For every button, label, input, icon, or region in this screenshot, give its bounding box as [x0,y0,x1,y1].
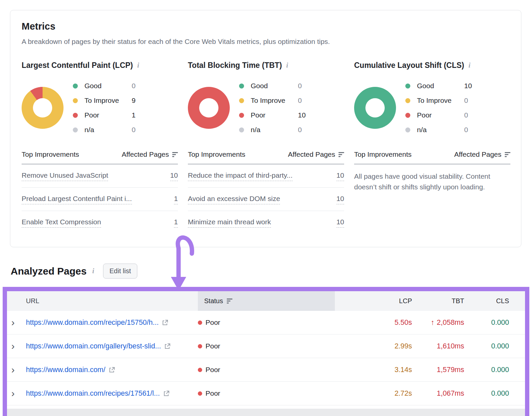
table-row: › https://www.domain.com/recipes/17561/l… [7,382,525,405]
affected-pages-count[interactable]: 10 [336,171,344,181]
legend-item: n/a0 [73,122,136,137]
sort-icon[interactable] [227,299,232,304]
cls-value: 0.000 [469,389,525,398]
expand-chevron-icon[interactable]: › [11,341,15,351]
tbt-title: Total Blocking Time (TBT) [188,61,282,70]
improvement-link[interactable]: Avoid an excessive DOM size [188,195,280,204]
sort-icon[interactable] [172,152,178,157]
lcp-value: 2.99s [335,342,417,350]
page-url-link[interactable]: https://www.domain.com/ [26,366,105,374]
lcp-title: Largest Contentful Paint (LCP) [22,61,133,70]
sort-icon[interactable] [338,152,344,157]
info-icon[interactable]: i [92,267,94,275]
poor-dot-icon [239,113,244,118]
metrics-grid: Largest Contentful Paint (LCP) i Good0 T… [22,61,510,234]
affected-pages-header: Affected Pages [288,150,335,158]
status-label: Poor [205,366,220,374]
improvement-link[interactable]: Minimize main thread work [188,218,271,228]
legend-item: To Improve9 [73,93,136,108]
affected-pages-count[interactable]: 1 [174,195,178,204]
cls-donut-chart [354,87,396,129]
tbt-donut-chart [188,87,230,129]
affected-pages-count[interactable]: 1 [174,218,178,228]
good-dot-icon [405,84,410,89]
poor-dot-icon [405,113,410,118]
legend-item: Good0 [73,79,136,93]
tbt-value: 1,067ms [417,389,469,398]
expand-chevron-icon[interactable]: › [11,388,15,398]
improvement-link[interactable]: Reduce the impact of third-party... [188,171,293,181]
improvement-link[interactable]: Preload Largest Contentful Paint i... [22,195,132,204]
metrics-card: Metrics A breakdown of pages by their st… [10,10,521,247]
tbt-column-header: TBT [417,291,469,311]
tbt-value: 1,610ms [417,342,469,350]
poor-status-dot-icon [198,368,202,372]
improvement-row: Avoid an excessive DOM size 10 [188,188,344,211]
improvement-link[interactable]: Enable Text Compression [22,218,101,228]
analyzed-pages-header: Analyzed Pages i Edit list [11,264,137,279]
trend-up-icon: ↑ [431,318,435,327]
improvement-row: Remove Unused JavaScript 10 [22,164,178,188]
table-bottom-strip [7,409,525,416]
legend-item: Poor0 [405,108,472,122]
metric-column-lcp: Largest Contentful Paint (LCP) i Good0 T… [22,61,178,234]
info-icon[interactable]: i [286,61,288,70]
metrics-description: A breakdown of pages by their status for… [22,38,510,46]
tbt-legend: Good0 To Improve0 Poor10 n/a0 [239,79,306,137]
cls-legend: Good10 To Improve0 Poor0 n/a0 [405,79,472,137]
affected-pages-count[interactable]: 10 [336,218,344,228]
lcp-value: 5.50s [335,318,417,327]
status-column-header[interactable]: Status [198,291,335,311]
affected-pages-header: Affected Pages [454,150,501,158]
info-icon[interactable]: i [468,61,470,70]
analyzed-pages-title: Analyzed Pages [11,266,86,277]
page-url-link[interactable]: https://www.domain.com/gallery/best-slid… [26,342,161,350]
sort-icon[interactable] [505,152,510,157]
na-dot-icon [405,127,410,132]
metric-column-tbt: Total Blocking Time (TBT) i Good0 To Imp… [188,61,344,234]
na-dot-icon [239,127,244,132]
tbt-value: 1,579ms [417,366,469,374]
page-url-link[interactable]: https://www.domain.com/recipe/15750/h... [26,318,159,327]
table-header-row: URL Status LCP TBT CLS [7,291,525,311]
page-url-link[interactable]: https://www.domain.com/recipes/17561/l..… [26,389,160,398]
table-row: › https://www.domain.com/recipe/15750/h.… [7,311,525,334]
na-dot-icon [73,127,78,132]
improvement-row: Minimize main thread work 10 [188,211,344,234]
cls-value: 0.000 [469,366,525,374]
legend-item: n/a0 [239,122,306,137]
legend-item: To Improve0 [239,93,306,108]
top-improvements-header: Top Improvements [22,150,79,158]
legend-item: Good0 [239,79,306,93]
affected-pages-header: Affected Pages [122,150,169,158]
cls-note: All pages have good visual stability. Co… [354,171,510,192]
expand-chevron-icon[interactable]: › [11,365,15,375]
affected-pages-count[interactable]: 10 [170,171,178,181]
external-link-icon[interactable] [162,319,168,326]
lcp-value: 2.72s [335,389,417,398]
poor-dot-icon [73,113,78,118]
status-label: Poor [205,318,220,326]
cls-column-header: CLS [469,291,525,311]
improvement-row: Reduce the impact of third-party... 10 [188,164,344,188]
edit-list-button[interactable]: Edit list [103,264,137,279]
legend-item: Poor10 [239,108,306,122]
external-link-icon[interactable] [163,390,170,397]
affected-pages-count[interactable]: 10 [336,195,344,204]
improvement-link[interactable]: Remove Unused JavaScript [22,171,108,181]
lcp-value: 3.14s [335,366,417,374]
legend-item: To Improve0 [405,93,472,108]
metric-column-cls: Cumulative Layout Shift (CLS) i Good10 T… [354,61,510,234]
external-link-icon[interactable] [109,367,115,373]
expand-chevron-icon[interactable]: › [11,317,15,327]
donut-hole [33,98,52,117]
to-improve-dot-icon [73,98,78,103]
external-link-icon[interactable] [164,343,171,349]
good-dot-icon [73,84,78,89]
cls-title: Cumulative Layout Shift (CLS) [354,61,464,70]
top-improvements-header: Top Improvements [354,150,412,158]
status-label: Poor [205,342,220,350]
info-icon[interactable]: i [137,61,139,70]
metrics-title: Metrics [22,21,510,32]
status-label: Poor [205,389,220,397]
